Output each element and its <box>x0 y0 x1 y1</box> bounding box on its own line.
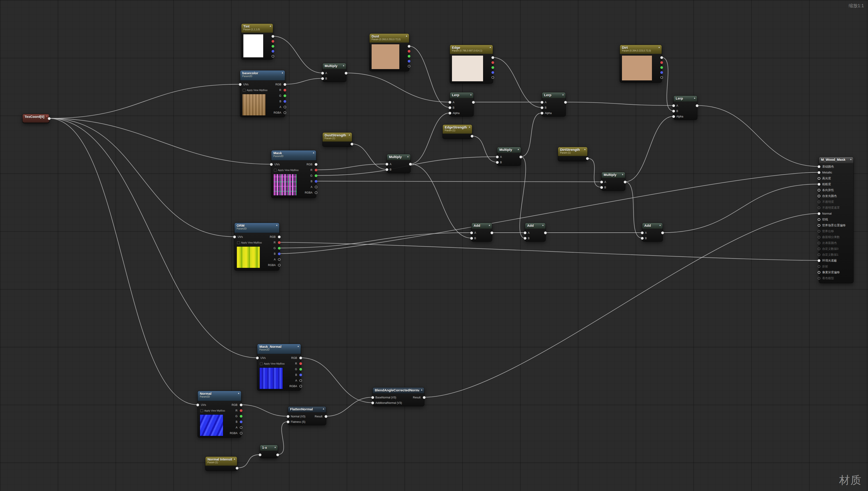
pin-out-a[interactable] <box>299 379 302 382</box>
pin-out-rgb[interactable] <box>492 56 494 59</box>
pin-output[interactable] <box>236 467 238 469</box>
pin-out-b[interactable] <box>660 71 663 74</box>
collapse-arrow-icon[interactable]: ▼ <box>45 115 48 117</box>
pin-in[interactable] <box>371 402 374 404</box>
apply-view-mipbias-checkbox[interactable] <box>200 409 203 412</box>
node-multiply-1[interactable]: Multiply▲AB <box>322 63 346 82</box>
collapse-arrow-icon[interactable]: ▲ <box>562 93 564 96</box>
node-multiply-4[interactable]: Multiply▲AB <box>601 172 625 191</box>
pin-in-b[interactable] <box>385 168 388 171</box>
collapse-arrow-icon[interactable]: ▲ <box>322 407 324 410</box>
node-normal-intensity[interactable]: Normal IntensityParam (1)▲ <box>205 457 237 471</box>
node-header[interactable]: Multiply▲ <box>322 63 346 69</box>
pin-out-b[interactable] <box>278 253 281 255</box>
pin-out-g[interactable] <box>299 368 302 371</box>
pin-in-19[interactable] <box>818 277 820 280</box>
pin-out-a[interactable] <box>278 258 281 261</box>
node-edge[interactable]: EdgeParam (0.786,0.687,0.614,1)▲ <box>450 45 493 84</box>
collapse-arrow-icon[interactable]: ▲ <box>297 345 299 347</box>
node-header[interactable]: Multiply▲ <box>387 154 410 160</box>
pin-out-r[interactable] <box>240 409 243 412</box>
pin-in-a[interactable] <box>470 231 473 234</box>
pin-out-g[interactable] <box>660 66 663 69</box>
pin-out-b[interactable] <box>408 60 410 63</box>
node-blend-angle-corrected-normals[interactable]: BlendAngleCorrectedNormals▲BaseNormal (V… <box>372 387 425 406</box>
collapse-arrow-icon[interactable]: ▲ <box>621 173 624 175</box>
pin-in-alpha[interactable] <box>541 112 544 115</box>
pin-in-uvs[interactable] <box>239 83 242 86</box>
pin-in-18[interactable] <box>818 271 820 274</box>
node-normal[interactable]: NormalParam2D▲UVsApply View MipBiasRGBRG… <box>197 391 241 438</box>
apply-view-mipbias-checkbox[interactable] <box>274 169 277 172</box>
pin-in-3[interactable] <box>818 183 820 186</box>
pin-output[interactable] <box>696 104 699 107</box>
pin-output[interactable] <box>624 181 626 183</box>
node-header[interactable]: DirtStrengthParam (1)▲ <box>558 147 587 156</box>
pin-output[interactable] <box>48 117 51 120</box>
pin-out-b[interactable] <box>492 71 494 74</box>
node-add-3[interactable]: Add▲AB <box>642 223 663 242</box>
pin-in-alpha[interactable] <box>448 112 451 115</box>
pin-output[interactable] <box>345 72 347 75</box>
node-dirt-strength[interactable]: DirtStrengthParam (1)▲ <box>558 147 588 161</box>
node-orm[interactable]: ORMParam2D▲UVsApply View MipBiasRGBRGBAR… <box>234 223 279 270</box>
pin-out-r[interactable] <box>408 50 410 53</box>
pin-in-8[interactable] <box>818 212 820 215</box>
pin-in-16[interactable] <box>818 259 820 262</box>
pin-out-a[interactable] <box>240 426 243 429</box>
node-dust-strength[interactable]: DustStrengthParam (1)▲ <box>322 132 352 147</box>
pin-in-9[interactable] <box>818 218 820 221</box>
pin-in[interactable] <box>287 421 289 423</box>
pin-out-r[interactable] <box>278 241 281 244</box>
pin-output[interactable] <box>520 155 522 158</box>
apply-view-mipbias-checkbox[interactable] <box>237 241 240 244</box>
pin-in-b[interactable] <box>470 237 473 240</box>
pin-in-1[interactable] <box>818 171 820 174</box>
pin-in-b[interactable] <box>448 106 451 109</box>
pin-out-b[interactable] <box>315 180 317 183</box>
collapse-arrow-icon[interactable]: ▲ <box>342 64 345 67</box>
pin-out-a[interactable] <box>315 186 317 189</box>
pin-in-a[interactable] <box>385 163 388 166</box>
pin-out-rgb[interactable] <box>315 163 317 166</box>
pin-out-g[interactable] <box>283 94 286 97</box>
pin-out-rgba[interactable] <box>283 111 286 114</box>
pin-out-b[interactable] <box>299 374 302 376</box>
pin-in[interactable] <box>287 415 289 418</box>
node-lerp-1[interactable]: Lerp▲ABAlpha <box>450 92 474 117</box>
apply-view-mipbias-checkbox[interactable] <box>243 89 246 92</box>
node-header[interactable]: Normal IntensityParam (1)▲ <box>206 457 237 466</box>
node-header[interactable]: MaskParam2D▲ <box>271 150 316 161</box>
node-header[interactable]: BlendAngleCorrectedNormals▲ <box>373 387 424 394</box>
pin-output[interactable] <box>471 135 473 138</box>
pin-in-14[interactable] <box>818 248 820 250</box>
node-header[interactable]: Multiply▲ <box>497 147 521 153</box>
node-mask-normal[interactable]: Mask_NormalParam2D▲UVsApply View MipBias… <box>257 344 301 391</box>
pin-in-a[interactable] <box>321 72 324 75</box>
collapse-arrow-icon[interactable]: ▲ <box>281 71 283 74</box>
pin-in-5[interactable] <box>818 195 820 197</box>
node-header[interactable]: TexCoord[0]▼ <box>23 114 49 123</box>
pin-out-b[interactable] <box>240 421 243 423</box>
pin-output[interactable] <box>661 231 664 234</box>
node-header[interactable]: 1-x▲ <box>260 445 278 451</box>
pin-in-b[interactable] <box>496 161 499 164</box>
collapse-arrow-icon[interactable]: ▲ <box>584 148 586 150</box>
pin-in-b[interactable] <box>541 106 544 109</box>
node-header[interactable]: EdgeStrengthParam (1)▲ <box>443 125 472 134</box>
pin-out-a[interactable] <box>283 106 286 108</box>
collapse-arrow-icon[interactable]: ▲ <box>312 151 315 154</box>
node-header[interactable]: Add▲ <box>472 223 492 229</box>
collapse-arrow-icon[interactable]: ▲ <box>517 148 520 150</box>
pin-output[interactable] <box>276 454 279 456</box>
node-add-2[interactable]: Add▲AB <box>525 223 546 242</box>
node-dust[interactable]: DustParam (0.393,0.253,0.72,0)▲ <box>369 33 409 71</box>
node-flatten-normal[interactable]: FlattenNormal▲Normal (V3)ResultFlatness … <box>288 406 326 425</box>
pin-out-r[interactable] <box>660 61 663 64</box>
pin-out-r[interactable] <box>492 61 494 64</box>
pin-output[interactable] <box>472 101 475 104</box>
node-material-output[interactable]: M_Wood_Mask▲基础颜色Metallic高光度粗糙度各向异性自发光颜色不… <box>819 157 854 283</box>
node-header[interactable]: Add▲ <box>525 223 546 229</box>
pin-in-a[interactable] <box>641 231 644 234</box>
pin-in-b[interactable] <box>524 237 526 240</box>
